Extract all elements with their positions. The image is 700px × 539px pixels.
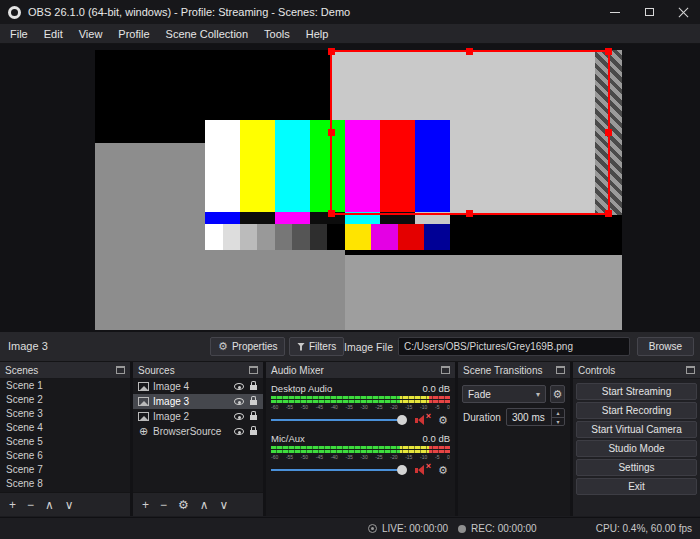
move-scene-down-icon[interactable]: ∨ — [65, 499, 74, 511]
selection-handle[interactable] — [328, 210, 335, 217]
add-source-icon[interactable]: + — [142, 499, 149, 511]
selection-handle[interactable] — [466, 210, 473, 217]
close-button[interactable] — [666, 0, 700, 24]
preview-area — [0, 44, 700, 332]
meter-scale-label: -15 — [405, 404, 412, 411]
volume-slider-thumb[interactable] — [397, 415, 407, 425]
channel-name: Desktop Audio — [271, 383, 332, 394]
transition-select[interactable]: Fade ▾ — [462, 385, 546, 403]
selection-handle[interactable] — [328, 129, 335, 136]
menu-file[interactable]: File — [2, 24, 36, 44]
source-list-item[interactable]: Image 4 — [133, 379, 263, 394]
volume-slider-row: × ⚙ — [271, 412, 450, 428]
selection-handle[interactable] — [328, 48, 335, 55]
meter-scale-label: -5 — [435, 404, 439, 411]
scene-list-item[interactable]: Scene 7 — [0, 463, 130, 477]
preview-canvas[interactable] — [95, 50, 622, 330]
remove-source-icon[interactable]: − — [160, 499, 167, 511]
lock-icon[interactable] — [250, 385, 257, 390]
lock-icon[interactable] — [250, 430, 257, 435]
transitions-body: Fade ▾ ⚙ Duration 300 ms ▴ ▾ — [458, 379, 570, 516]
source-properties-gear-icon[interactable]: ⚙ — [178, 499, 189, 511]
spin-down-icon[interactable]: ▾ — [552, 418, 564, 426]
start-streaming-button[interactable]: Start Streaming — [576, 383, 697, 400]
volume-slider[interactable] — [271, 412, 408, 428]
dock-float-icon[interactable] — [441, 366, 450, 374]
menu-view[interactable]: View — [71, 24, 111, 44]
scene-list-item[interactable]: Scene 4 — [0, 421, 130, 435]
add-scene-icon[interactable]: + — [9, 499, 16, 511]
mute-speaker-icon[interactable]: × — [415, 464, 429, 476]
scene-list-item[interactable]: Scene 5 — [0, 435, 130, 449]
selection-handle[interactable] — [605, 210, 612, 217]
image-source-icon — [138, 382, 149, 391]
settings-button[interactable]: Settings — [576, 459, 697, 476]
transition-properties-button[interactable]: ⚙ — [550, 385, 565, 403]
scene-list-item[interactable]: Scene 6 — [0, 449, 130, 463]
source-list-item[interactable]: Image 3 — [133, 394, 263, 409]
channel-gear-icon[interactable]: ⚙ — [436, 465, 450, 476]
source-image-bottom-right[interactable] — [345, 255, 622, 330]
visibility-eye-icon[interactable] — [234, 428, 244, 435]
properties-button[interactable]: ⚙ Properties — [210, 337, 285, 356]
selection-handle[interactable] — [466, 48, 473, 55]
volume-slider-thumb[interactable] — [397, 465, 407, 475]
meter-scale-label: -40 — [331, 454, 338, 461]
move-source-down-icon[interactable]: ∨ — [220, 499, 229, 511]
title-bar: OBS 26.1.0 (64-bit, windows) - Profile: … — [0, 0, 700, 24]
source-list-item[interactable]: ⊕ BrowserSource — [133, 424, 263, 439]
filters-button[interactable]: Filters — [289, 337, 344, 356]
scene-list-item[interactable]: Scene 2 — [0, 393, 130, 407]
remove-scene-icon[interactable]: − — [27, 499, 34, 511]
volume-slider[interactable] — [271, 462, 408, 478]
channel-header: Mic/Aux 0.0 dB — [271, 432, 450, 445]
minimize-button[interactable] — [598, 0, 632, 24]
dock-float-icon[interactable] — [116, 366, 125, 374]
spinbox-arrows: ▴ ▾ — [551, 409, 564, 425]
visibility-eye-icon[interactable] — [234, 413, 244, 420]
sources-dock-body: Image 4 Image 3 Image 2 ⊕ — [133, 379, 263, 516]
studio-mode-button[interactable]: Studio Mode — [576, 440, 697, 457]
lock-icon[interactable] — [250, 415, 257, 420]
menu-edit[interactable]: Edit — [36, 24, 71, 44]
visibility-eye-icon[interactable] — [234, 398, 244, 405]
dock-float-icon[interactable] — [556, 366, 565, 374]
meter-scale-label: -20 — [390, 454, 397, 461]
menu-scene-collection[interactable]: Scene Collection — [158, 24, 257, 44]
meter-scale-label: -40 — [331, 404, 338, 411]
mute-speaker-icon[interactable]: × — [415, 414, 429, 426]
browse-button[interactable]: Browse — [637, 337, 694, 356]
menu-tools[interactable]: Tools — [256, 24, 298, 44]
meter-scale-label: -15 — [405, 454, 412, 461]
source-list-item[interactable]: Image 2 — [133, 409, 263, 424]
filters-icon — [297, 343, 305, 351]
move-scene-up-icon[interactable]: ∧ — [45, 499, 54, 511]
scene-list-item[interactable]: Scene 1 — [0, 379, 130, 393]
image-file-input[interactable] — [398, 337, 630, 356]
volume-meter — [271, 446, 450, 449]
transitions-dock-title: Scene Transitions — [463, 365, 543, 376]
browser-source-globe-icon: ⊕ — [138, 426, 149, 437]
controls-body: Start Streaming Start Recording Start Vi… — [573, 379, 700, 516]
spin-up-icon[interactable]: ▴ — [552, 409, 564, 418]
start-recording-button[interactable]: Start Recording — [576, 402, 697, 419]
meter-scale-label: -50 — [301, 404, 308, 411]
sources-dock: Sources Image 4 Image 3 — [133, 362, 263, 516]
scene-list-item[interactable]: Scene 8 — [0, 477, 130, 491]
dock-float-icon[interactable] — [686, 366, 695, 374]
start-virtual-camera-button[interactable]: Start Virtual Camera — [576, 421, 697, 438]
selection-handle[interactable] — [605, 129, 612, 136]
exit-button[interactable]: Exit — [576, 478, 697, 495]
move-source-up-icon[interactable]: ∧ — [200, 499, 209, 511]
duration-spinbox[interactable]: 300 ms ▴ ▾ — [506, 408, 565, 426]
menu-help[interactable]: Help — [298, 24, 337, 44]
source-name: Image 3 — [153, 396, 189, 407]
visibility-eye-icon[interactable] — [234, 383, 244, 390]
maximize-button[interactable] — [632, 0, 666, 24]
scene-list-item[interactable]: Scene 3 — [0, 407, 130, 421]
channel-gear-icon[interactable]: ⚙ — [436, 415, 450, 426]
selection-handle[interactable] — [605, 48, 612, 55]
menu-profile[interactable]: Profile — [110, 24, 157, 44]
dock-float-icon[interactable] — [249, 366, 258, 374]
lock-icon[interactable] — [250, 400, 257, 405]
